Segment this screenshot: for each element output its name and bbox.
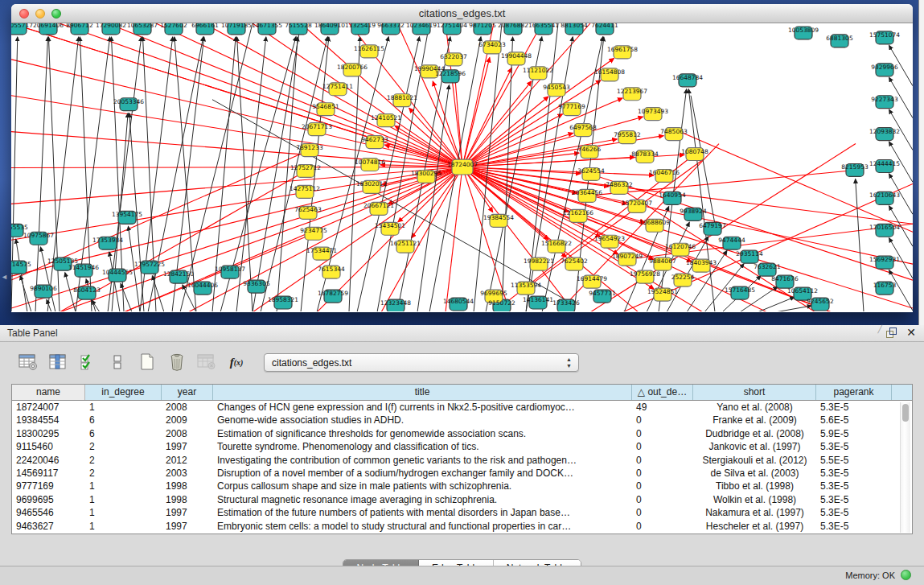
graph-node-label: 6881305 (826, 35, 853, 42)
column-header-in-degree[interactable]: in_degree (85, 385, 162, 400)
graph-node-label: 19990444 (414, 65, 445, 72)
citation-edge-black[interactable] (357, 37, 420, 311)
graph-node-label: 7485063 (660, 128, 688, 135)
graph-node-label: 8604123 (73, 286, 101, 294)
citation-edge-black[interactable] (758, 297, 795, 311)
citation-edge-red[interactable] (11, 167, 462, 204)
table-row[interactable]: 2242004622012Investigating the contribut… (12, 454, 912, 467)
graph-node-label: 15751074 (869, 31, 900, 39)
graph-node-label: 14680544 (443, 298, 474, 305)
sort-ascending-icon: △ (638, 386, 645, 398)
graph-node-label: 18302012 (356, 180, 387, 187)
table-row[interactable]: 946554611997Estimation of the future num… (12, 506, 912, 519)
table-cell: 1998 (162, 493, 213, 506)
graph-node-label: 6734023 (478, 41, 506, 48)
citation-edge-red[interactable] (462, 117, 643, 167)
row-select-icon[interactable] (77, 352, 98, 373)
new-file-icon[interactable] (137, 352, 158, 373)
graph-node-label: 10975867 (23, 232, 54, 239)
citation-edge-black[interactable] (775, 306, 811, 311)
citation-edge-black[interactable] (40, 247, 55, 311)
graph-node-label: 16635541 (528, 23, 559, 29)
graph-node-label: 19904448 (501, 52, 532, 60)
graph-node-label: 9234775 (300, 227, 327, 234)
table-panel-body: f(x) citations_edges.txt ▲▼ name in_degr… (6, 347, 918, 561)
citation-edge-red[interactable] (462, 153, 579, 167)
table-row[interactable]: 969969511998Structural magnetic resonanc… (12, 493, 912, 506)
table-scrollbar[interactable] (900, 402, 910, 533)
zoom-window-button[interactable] (51, 9, 61, 19)
function-icon[interactable]: f(x) (226, 352, 247, 373)
column-header-out-degree[interactable]: △ out_de… (632, 385, 693, 400)
graph-node-label: 7624411 (591, 23, 618, 29)
window-titlebar[interactable]: citations_edges.txt (11, 4, 913, 23)
citation-edge-black[interactable] (16, 239, 27, 311)
network-canvas[interactable]: 1405571720691406890671217290082106532871… (11, 23, 913, 311)
table-row[interactable]: 1830029562008Estimation of significance … (12, 427, 912, 440)
table-cell: 2 (85, 440, 162, 453)
graph-node-label: 10688609 (639, 219, 670, 226)
table-row[interactable]: 1872400712008Changes of HCN gene express… (12, 401, 912, 414)
graph-node-label: 9227343 (871, 96, 898, 103)
graph-node-label: 7625402 (561, 257, 587, 265)
citation-edge-black[interactable] (417, 85, 449, 311)
table-cell: 18724007 (12, 401, 85, 414)
scrollbar-thumb[interactable] (902, 404, 909, 422)
float-panel-icon[interactable] (886, 328, 897, 338)
graph-node-label: 14671355 (252, 23, 282, 29)
table-row[interactable]: 1938455462009Genome-wide association stu… (12, 414, 912, 426)
citation-network-graph[interactable]: 1405571720691406890671217290082106532871… (11, 23, 913, 311)
citation-edge-red[interactable] (253, 167, 462, 311)
citation-edge-black[interactable] (92, 300, 100, 311)
graph-node-label: 10958137 (215, 266, 245, 273)
table-row[interactable]: 911546021997Tourette syndrome. Phenomeno… (12, 440, 912, 453)
delete-table-icon[interactable] (196, 352, 217, 373)
column-header-pagerank[interactable]: pagerank (816, 385, 892, 400)
close-window-button[interactable] (19, 9, 29, 19)
table-row[interactable]: 977716911998Corpus callosum shape and si… (12, 480, 912, 492)
graph-node-label: 18640910 (314, 23, 345, 29)
panel-collapse-arrow[interactable]: ◄ (1, 274, 8, 281)
table-cell: 9115460 (12, 440, 85, 453)
table-cell: 0 (632, 520, 693, 533)
graph-node-label: 10074816 (355, 159, 385, 166)
citation-edge-black[interactable] (212, 100, 566, 300)
citation-edge-red[interactable] (446, 167, 462, 311)
citation-edge-black[interactable] (20, 276, 31, 311)
citation-edge-red[interactable] (11, 167, 462, 168)
table-body: 1872400712008Changes of HCN gene express… (12, 401, 912, 534)
citation-edge-red[interactable] (462, 98, 622, 167)
column-header-name[interactable]: name (12, 385, 85, 400)
table-cell: 5.3E-5 (816, 506, 892, 519)
citation-edge-black[interactable] (502, 37, 513, 311)
graph-node-label: 10653287 (127, 23, 158, 29)
graph-node-label: 9884067 (649, 257, 676, 265)
status-bar: Memory: OK (0, 566, 924, 585)
citation-edge-black[interactable] (152, 276, 164, 311)
trash-icon[interactable] (166, 352, 187, 373)
table-selector-dropdown[interactable]: citations_edges.txt ▲▼ (264, 353, 579, 372)
citation-edge-red[interactable] (11, 132, 462, 167)
minimize-window-button[interactable] (35, 9, 45, 19)
table-row[interactable]: 1456911722003Disruption of a novel membe… (12, 467, 912, 480)
graph-node-label: 15434501 (375, 222, 405, 229)
table-panel-title: Table Panel (7, 328, 58, 339)
column-header-short[interactable]: short (693, 385, 816, 400)
column-header-title[interactable]: title (213, 385, 632, 400)
close-panel-icon[interactable]: ✕ (906, 328, 916, 338)
table-cell: 0 (632, 493, 693, 506)
graph-node-label: 18881021 (387, 94, 417, 101)
table-cell: 0 (632, 467, 693, 480)
table-row[interactable]: 946362711997Embryonic stem cells: a mode… (12, 520, 912, 533)
column-header-year[interactable]: year (162, 385, 213, 400)
graph-node-label: 19384554 (483, 214, 514, 221)
column-show-icon[interactable] (47, 352, 68, 373)
table-cell: Estimation of significance thresholds fo… (213, 427, 632, 440)
table-settings-icon[interactable] (18, 352, 39, 373)
graph-node-label: 9938924 (680, 208, 707, 215)
table-cell: Yano et al. (2008) (693, 401, 816, 414)
row-height-icon[interactable] (107, 352, 128, 373)
graph-node-label: 16044406 (187, 282, 218, 289)
resize-grip-icon[interactable]: ╱ (878, 325, 882, 333)
citation-edge-red[interactable] (462, 68, 511, 167)
